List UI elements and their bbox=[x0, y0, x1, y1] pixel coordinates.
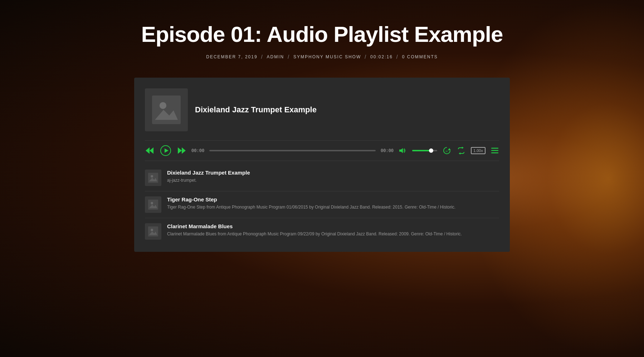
svg-marker-6 bbox=[165, 148, 169, 153]
playlist: Dixieland Jazz Trumpet Example aj-jazz-t… bbox=[145, 165, 499, 245]
svg-rect-14 bbox=[491, 148, 498, 149]
replay-icon: 30 bbox=[443, 147, 451, 155]
meta-show[interactable]: SYMPHONY MUSIC SHOW bbox=[293, 54, 361, 59]
track-3-thumb bbox=[145, 223, 161, 240]
now-playing-title: Dixieland Jazz Trumpet Example bbox=[195, 105, 317, 114]
track-thumb-icon bbox=[148, 226, 158, 236]
play-icon bbox=[160, 145, 171, 156]
volume-knob bbox=[429, 148, 433, 153]
track-2-title: Tiger Rag-One Step bbox=[167, 196, 499, 202]
repeat-icon bbox=[457, 147, 465, 155]
meta-bar: DECEMBER 7, 2019 / ADMIN / SYMPHONY MUSI… bbox=[206, 54, 438, 60]
replay-button[interactable]: 30 bbox=[442, 146, 452, 155]
fast-forward-button[interactable] bbox=[177, 147, 186, 155]
meta-sep-3: / bbox=[365, 54, 367, 60]
svg-point-21 bbox=[151, 202, 153, 204]
svg-marker-9 bbox=[399, 148, 403, 153]
track-3-desc: Clarinet Marmalade Blues from Antique Ph… bbox=[167, 231, 499, 237]
volume-bar[interactable] bbox=[412, 150, 437, 151]
svg-rect-15 bbox=[491, 150, 498, 151]
track-1-info: Dixieland Jazz Trumpet Example aj-jazz-t… bbox=[167, 170, 499, 184]
svg-marker-3 bbox=[150, 147, 153, 154]
track-2-thumb bbox=[145, 196, 161, 213]
track-thumb-icon bbox=[148, 173, 158, 183]
playlist-item[interactable]: Tiger Rag-One Step Tiger Rag-One Step fr… bbox=[145, 191, 499, 218]
playlist-item[interactable]: Dixieland Jazz Trumpet Example aj-jazz-t… bbox=[145, 165, 499, 191]
svg-marker-12 bbox=[462, 147, 464, 149]
time-current: 00:00 bbox=[191, 148, 204, 153]
album-art-large bbox=[145, 88, 188, 131]
track-3-info: Clarinet Marmalade Blues Clarinet Marmal… bbox=[167, 223, 499, 237]
meta-comments[interactable]: 0 COMMENTS bbox=[402, 54, 438, 59]
volume-button[interactable] bbox=[399, 147, 407, 154]
meta-author[interactable]: ADMIN bbox=[267, 54, 284, 59]
track-3-title: Clarinet Marmalade Blues bbox=[167, 223, 499, 229]
svg-marker-7 bbox=[178, 147, 182, 154]
speed-button[interactable]: 1.00x bbox=[471, 147, 486, 154]
meta-sep-1: / bbox=[261, 54, 263, 60]
repeat-button[interactable] bbox=[457, 146, 466, 155]
page-content: Episode 01: Audio Playlist Example DECEM… bbox=[0, 0, 644, 252]
track-thumb-icon bbox=[148, 200, 158, 210]
rewind-icon bbox=[146, 147, 153, 154]
svg-marker-8 bbox=[182, 147, 186, 154]
now-playing-section: Dixieland Jazz Trumpet Example bbox=[145, 88, 499, 131]
svg-point-1 bbox=[160, 102, 166, 109]
svg-point-24 bbox=[151, 229, 153, 231]
playlist-item[interactable]: Clarinet Marmalade Blues Clarinet Marmal… bbox=[145, 218, 499, 245]
album-art-placeholder-icon bbox=[152, 96, 181, 124]
volume-container bbox=[412, 150, 437, 151]
svg-marker-13 bbox=[459, 152, 460, 155]
fast-forward-icon bbox=[178, 147, 186, 154]
meta-date: DECEMBER 7, 2019 bbox=[206, 54, 257, 59]
rewind-button[interactable] bbox=[145, 147, 154, 155]
player-container: Dixieland Jazz Trumpet Example bbox=[134, 78, 510, 252]
track-2-desc: Tiger Rag-One Step from Antique Phonogra… bbox=[167, 204, 499, 210]
controls-bar: 00:00 00:00 bbox=[145, 140, 499, 161]
svg-marker-10 bbox=[448, 148, 451, 150]
track-1-thumb bbox=[145, 170, 161, 186]
volume-icon bbox=[399, 148, 406, 153]
track-1-desc: aj-jazz-trumpet. bbox=[167, 177, 499, 184]
svg-text:30: 30 bbox=[445, 150, 448, 152]
page-title: Episode 01: Audio Playlist Example bbox=[141, 21, 503, 47]
play-button[interactable] bbox=[159, 144, 172, 157]
svg-rect-16 bbox=[491, 152, 498, 153]
meta-duration: 00:02:16 bbox=[370, 54, 393, 59]
volume-fill bbox=[412, 150, 431, 151]
svg-marker-4 bbox=[146, 147, 150, 154]
track-2-info: Tiger Rag-One Step Tiger Rag-One Step fr… bbox=[167, 196, 499, 210]
menu-icon bbox=[491, 148, 498, 153]
progress-bar[interactable] bbox=[209, 150, 376, 151]
meta-sep-2: / bbox=[288, 54, 290, 60]
track-1-title: Dixieland Jazz Trumpet Example bbox=[167, 170, 499, 176]
menu-button[interactable] bbox=[491, 147, 499, 154]
time-total: 00:00 bbox=[381, 148, 394, 153]
svg-point-18 bbox=[151, 175, 153, 177]
meta-sep-4: / bbox=[396, 54, 399, 60]
